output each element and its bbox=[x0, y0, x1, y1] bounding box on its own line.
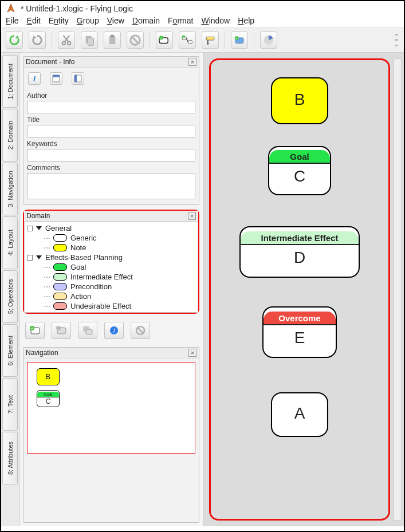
color-swatch-icon bbox=[53, 283, 67, 290]
node-c[interactable]: Goal C bbox=[268, 146, 331, 195]
navigation-title: Navigation bbox=[26, 349, 58, 357]
tree-item-precondition[interactable]: Precondition bbox=[25, 282, 198, 291]
diagram-canvas[interactable]: B Goal C Intermediate Effect D Overcome … bbox=[203, 53, 404, 526]
color-swatch-icon bbox=[53, 273, 67, 281]
tree-group-general[interactable]: General bbox=[25, 223, 198, 233]
author-input[interactable] bbox=[27, 101, 195, 113]
vtab-element[interactable]: 6: Element bbox=[2, 324, 18, 377]
add-domain-button[interactable]: + bbox=[231, 31, 248, 49]
keywords-input[interactable] bbox=[27, 149, 195, 161]
svg-rect-5 bbox=[111, 35, 114, 37]
docinfo-tab-page2[interactable] bbox=[72, 72, 84, 85]
node-e[interactable]: Overcome E bbox=[262, 306, 337, 358]
cut-button[interactable] bbox=[58, 31, 75, 49]
svg-text:+: + bbox=[31, 326, 33, 330]
chart-button[interactable] bbox=[260, 31, 277, 49]
node-a[interactable]: A bbox=[271, 392, 328, 437]
tree-item-note[interactable]: Note bbox=[25, 243, 198, 253]
add-annotation-button[interactable] bbox=[202, 31, 219, 49]
vertical-tab-strip: 1: Document 2: Domain 3: Navigation 4: L… bbox=[1, 53, 19, 526]
svg-rect-12 bbox=[188, 41, 192, 44]
menu-help[interactable]: Help bbox=[238, 16, 254, 25]
info-button[interactable]: i bbox=[104, 322, 124, 339]
tree-item-action[interactable]: Action bbox=[25, 291, 198, 301]
title-input[interactable] bbox=[27, 125, 195, 137]
vtab-attributes[interactable]: 8: Attributes bbox=[2, 432, 18, 484]
title-label: Title bbox=[27, 116, 40, 124]
checkbox-icon[interactable] bbox=[27, 255, 33, 261]
duplicate-class-button[interactable] bbox=[78, 322, 97, 339]
menu-bar: File Edit Entity Group View Domain Forma… bbox=[1, 15, 404, 27]
menu-entity[interactable]: Entity bbox=[49, 16, 69, 25]
node-d[interactable]: Intermediate Effect D bbox=[239, 226, 360, 278]
color-swatch-icon bbox=[53, 263, 67, 271]
menu-domain[interactable]: Domain bbox=[132, 16, 160, 25]
close-navigation-button[interactable]: × bbox=[188, 349, 196, 357]
vtab-domain[interactable]: 2: Domain bbox=[2, 109, 18, 161]
toolbar: + + + bbox=[1, 27, 404, 53]
window-title: * Untitled-1.xlogic - Flying Logic bbox=[21, 4, 133, 13]
author-label: Author bbox=[27, 92, 47, 100]
close-panel-button[interactable]: × bbox=[188, 58, 196, 66]
document-info-panel: Document - Info × i Author Title bbox=[23, 56, 199, 205]
menu-format[interactable]: Format bbox=[168, 16, 193, 25]
vtab-text[interactable]: 7: Text bbox=[2, 378, 18, 431]
vtab-layout[interactable]: 4: Layout bbox=[2, 216, 18, 269]
docinfo-tab-page1[interactable] bbox=[50, 72, 62, 85]
canvas-highlight: B Goal C Intermediate Effect D Overcome … bbox=[209, 58, 390, 521]
domain-button-row: + i bbox=[23, 318, 199, 342]
vtab-document[interactable]: 1: Document bbox=[2, 55, 18, 108]
close-domain-button[interactable]: × bbox=[188, 212, 196, 220]
svg-rect-23 bbox=[74, 75, 77, 82]
redo-button[interactable] bbox=[29, 31, 46, 49]
delete-button[interactable] bbox=[127, 31, 144, 49]
refresh-button[interactable] bbox=[6, 31, 23, 49]
svg-rect-21 bbox=[53, 75, 60, 77]
add-entity-button[interactable]: + bbox=[156, 31, 173, 49]
checkbox-icon[interactable] bbox=[27, 226, 33, 231]
remove-class-button[interactable] bbox=[52, 322, 71, 339]
svg-rect-3 bbox=[88, 38, 93, 45]
tree-item-generic[interactable]: Generic bbox=[25, 233, 198, 243]
app-logo-icon bbox=[6, 3, 16, 14]
color-swatch-icon bbox=[53, 293, 67, 300]
toolbar-grip[interactable] bbox=[395, 32, 399, 48]
svg-point-28 bbox=[56, 326, 61, 330]
color-swatch-icon bbox=[53, 234, 67, 242]
tree-item-intermediate[interactable]: Intermediate Effect bbox=[25, 272, 198, 282]
node-b[interactable]: B bbox=[271, 77, 328, 124]
vtab-navigation[interactable]: 3: Navigation bbox=[2, 163, 18, 215]
menu-view[interactable]: View bbox=[107, 16, 124, 25]
paste-button[interactable] bbox=[104, 31, 121, 49]
comments-input[interactable] bbox=[27, 173, 195, 199]
menu-group[interactable]: Group bbox=[77, 16, 99, 25]
menu-file[interactable]: File bbox=[6, 16, 19, 25]
minimap-node-b[interactable]: B bbox=[37, 368, 60, 385]
vertical-scrollbar[interactable] bbox=[394, 58, 402, 521]
minimap-node-c[interactable]: Goal C bbox=[37, 390, 60, 407]
chevron-down-icon[interactable] bbox=[36, 226, 42, 230]
menu-edit[interactable]: Edit bbox=[27, 16, 41, 25]
tree-item-undesirable[interactable]: Undesirable Effect bbox=[25, 301, 198, 311]
docinfo-tab-info[interactable]: i bbox=[28, 72, 41, 85]
tree-group-effects[interactable]: Effects-Based Planning bbox=[25, 253, 198, 262]
tree-item-goal[interactable]: Goal bbox=[25, 262, 198, 272]
svg-text:+: + bbox=[160, 36, 162, 40]
svg-rect-15 bbox=[206, 37, 214, 41]
document-info-title: Document - Info bbox=[26, 58, 74, 66]
color-swatch-icon bbox=[53, 302, 67, 310]
navigation-minimap[interactable]: B Goal C bbox=[27, 362, 195, 454]
menu-window[interactable]: Window bbox=[201, 16, 230, 25]
chevron-down-icon[interactable] bbox=[36, 255, 42, 259]
keywords-label: Keywords bbox=[27, 140, 57, 148]
vtab-operators[interactable]: 5: Operators bbox=[2, 270, 18, 323]
copy-button[interactable] bbox=[81, 31, 98, 49]
color-swatch-icon bbox=[53, 244, 67, 251]
svg-text:+: + bbox=[183, 36, 184, 39]
add-class-button[interactable]: + bbox=[25, 322, 45, 339]
domain-tree[interactable]: General Generic Note Effects-Based Plann… bbox=[24, 222, 198, 313]
comments-label: Comments bbox=[27, 164, 60, 172]
noentry-button[interactable] bbox=[131, 322, 150, 339]
add-edge-button[interactable]: + bbox=[179, 31, 196, 49]
domain-panel: Domain × General Generic Note bbox=[23, 210, 199, 314]
